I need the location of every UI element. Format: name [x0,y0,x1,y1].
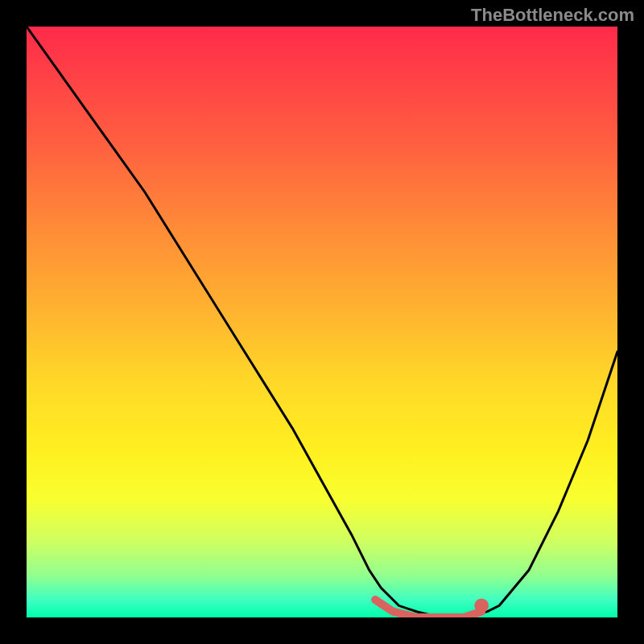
plot-area [27,27,617,617]
curve-svg [27,27,617,617]
highlight-dot-icon [474,599,489,613]
bottleneck-curve [27,27,617,617]
chart-container: TheBottleneck.com [0,0,644,644]
watermark-text: TheBottleneck.com [471,5,634,26]
highlight-region [375,600,481,617]
